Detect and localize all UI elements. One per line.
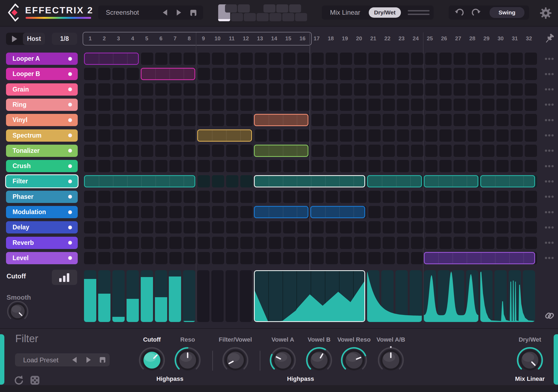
grid-cell[interactable]	[212, 68, 224, 80]
grid-cell[interactable]	[326, 114, 338, 126]
grid-cell[interactable]	[169, 114, 182, 126]
grid-cell[interactable]	[326, 83, 338, 96]
grid-cell[interactable]	[269, 68, 281, 80]
grid-cell[interactable]	[496, 114, 509, 126]
step-number-18[interactable]: 18	[325, 34, 337, 43]
grid-cell[interactable]	[169, 252, 182, 264]
grid-cell[interactable]	[496, 145, 509, 157]
grid-cell[interactable]	[383, 206, 395, 218]
grid-cell[interactable]	[198, 206, 210, 218]
grid-cell[interactable]	[155, 99, 167, 111]
step-block-filter-21-24[interactable]	[367, 175, 422, 187]
step-number-29[interactable]: 29	[480, 34, 493, 43]
grid-cell[interactable]	[98, 68, 110, 80]
grid-cell[interactable]	[311, 83, 324, 96]
redo-icon[interactable]	[471, 8, 482, 17]
grid-cell[interactable]	[368, 221, 381, 233]
editor-spikes-region[interactable]	[480, 270, 535, 322]
step-number-5[interactable]: 5	[141, 34, 153, 43]
track-enable-dot[interactable]	[68, 118, 72, 122]
grid-cell[interactable]	[212, 191, 224, 203]
step-number-19[interactable]: 19	[339, 34, 351, 43]
grid-cell[interactable]	[354, 53, 366, 65]
step-number-32[interactable]: 32	[523, 34, 535, 43]
grid-cell[interactable]	[255, 53, 267, 65]
grid-cell[interactable]	[525, 68, 537, 80]
grid-cell[interactable]	[141, 145, 153, 157]
grid-cell[interactable]	[354, 160, 366, 172]
grid-cell[interactable]	[468, 191, 480, 203]
grid-cell[interactable]	[454, 237, 466, 249]
grid-cell[interactable]	[112, 221, 125, 233]
row-menu-dots[interactable]	[543, 237, 556, 249]
grid-cell[interactable]	[482, 237, 494, 249]
grid-cell[interactable]	[525, 160, 537, 172]
grid-cell[interactable]	[226, 145, 238, 157]
track-enable-dot[interactable]	[68, 210, 72, 214]
grid-cell[interactable]	[511, 237, 523, 249]
grid-cell[interactable]	[198, 53, 210, 65]
grid-cell[interactable]	[454, 221, 466, 233]
grid-cell[interactable]	[184, 160, 196, 172]
link-icon[interactable]	[544, 310, 555, 321]
grid-cell[interactable]	[283, 221, 295, 233]
knob-vowel-a[interactable]	[268, 345, 298, 375]
grid-cell[interactable]	[525, 129, 537, 142]
grid-cell[interactable]	[425, 160, 437, 172]
grid-cell[interactable]	[525, 83, 537, 96]
grid-cell[interactable]	[226, 53, 238, 65]
grid-cell[interactable]	[326, 160, 338, 172]
grid-cell[interactable]	[269, 83, 281, 96]
track-label-phaser[interactable]: Phaser	[6, 191, 78, 203]
grid-cell[interactable]	[511, 99, 523, 111]
grid-cell[interactable]	[383, 252, 395, 264]
grid-cell[interactable]	[212, 237, 224, 249]
track-label-vinyl[interactable]: Vinyl	[6, 114, 78, 126]
grid-cell[interactable]	[198, 68, 210, 80]
track-label-crush[interactable]: Crush	[6, 160, 78, 172]
grid-cell[interactable]	[169, 83, 182, 96]
pattern-key-black-3[interactable]	[263, 4, 275, 13]
grid-cell[interactable]	[212, 145, 224, 157]
track-label-looper-b[interactable]: Looper B	[6, 68, 78, 80]
grid-cell[interactable]	[496, 206, 509, 218]
row-menu-dots[interactable]	[543, 175, 556, 187]
grid-cell[interactable]	[269, 99, 281, 111]
track-label-spectrum[interactable]: Spectrum	[6, 129, 78, 142]
track-label-reverb[interactable]: Reverb	[6, 237, 78, 249]
knob-dry-wet[interactable]	[515, 345, 545, 375]
grid-cell[interactable]	[283, 99, 295, 111]
preset-next-icon[interactable]	[177, 10, 181, 16]
grid-cell[interactable]	[496, 160, 509, 172]
track-enable-dot[interactable]	[68, 72, 72, 76]
track-label-looper-a[interactable]: Looper A	[6, 53, 78, 65]
grid-cell[interactable]	[141, 129, 153, 142]
grid-cell[interactable]	[511, 145, 523, 157]
grid-cell[interactable]	[198, 191, 210, 203]
grid-cell[interactable]	[198, 83, 210, 96]
knob-filter-vowel[interactable]	[220, 345, 250, 375]
step-number-2[interactable]: 2	[98, 34, 110, 43]
grid-cell[interactable]	[439, 206, 452, 218]
step-number-12[interactable]: 12	[240, 34, 252, 43]
grid-cell[interactable]	[468, 83, 480, 96]
grid-cell[interactable]	[454, 129, 466, 142]
grid-cell[interactable]	[127, 99, 139, 111]
grid-cell[interactable]	[425, 191, 437, 203]
grid-cell[interactable]	[354, 221, 366, 233]
track-enable-dot[interactable]	[68, 103, 72, 107]
grid-cell[interactable]	[326, 237, 338, 249]
grid-cell[interactable]	[340, 68, 352, 80]
grid-cell[interactable]	[511, 221, 523, 233]
grid-cell[interactable]	[155, 114, 167, 126]
grid-cell[interactable]	[496, 129, 509, 142]
grid-cell[interactable]	[340, 53, 352, 65]
grid-cell[interactable]	[283, 237, 295, 249]
grid-cell[interactable]	[155, 83, 167, 96]
grid-cell[interactable]	[184, 206, 196, 218]
grid-cell[interactable]	[84, 191, 96, 203]
grid-cell[interactable]	[240, 191, 253, 203]
grid-cell[interactable]	[439, 237, 452, 249]
track-enable-dot[interactable]	[68, 195, 72, 199]
grid-cell[interactable]	[112, 252, 125, 264]
